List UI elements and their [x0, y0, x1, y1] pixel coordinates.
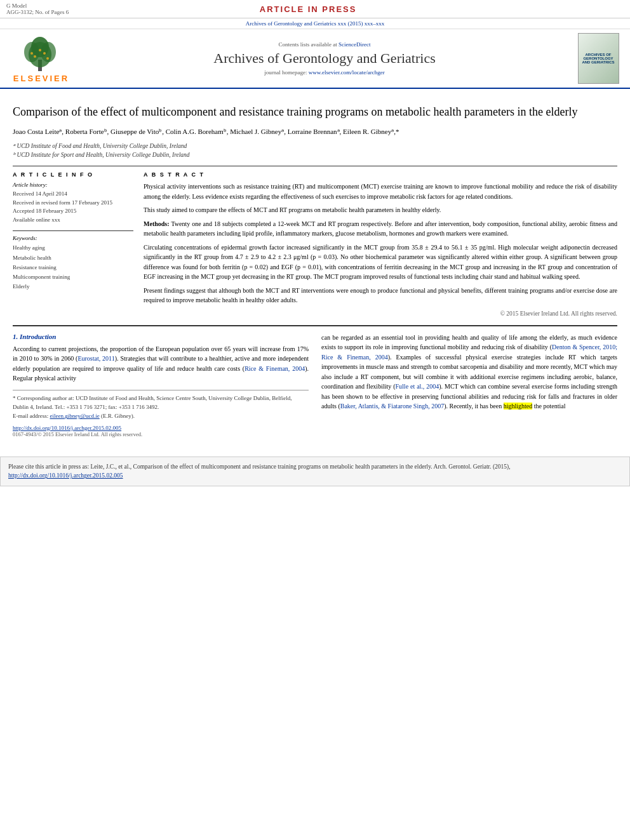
- svg-point-6: [43, 52, 46, 55]
- article-info-col: A R T I C L E I N F O Article history: R…: [13, 171, 133, 318]
- model-info: G Model AGG-3132; No. of Pages 6: [6, 3, 69, 15]
- email-link[interactable]: eileen.gibney@ucd.ie: [50, 413, 99, 419]
- doi-line: http://dx.doi.org/10.1016/j.archger.2015…: [13, 425, 309, 431]
- sciencedirect-link[interactable]: ScienceDirect: [338, 41, 370, 48]
- abstract-text: Physical activity interventions such as …: [144, 182, 617, 318]
- keyword-5: Elderly: [13, 282, 133, 291]
- highlighted-text: highlighted: [504, 403, 533, 410]
- homepage-line: journal homepage: www.elsevier.com/locat…: [76, 69, 573, 76]
- svg-point-8: [30, 52, 33, 55]
- svg-point-4: [31, 37, 49, 57]
- affiliation-a: ᵃ UCD Institute of Food and Health, Univ…: [13, 142, 617, 150]
- citation-text: Please cite this article in press as: Le…: [8, 463, 511, 470]
- right-para1: can be regarded as an essential tool in …: [321, 333, 617, 411]
- svg-point-9: [46, 57, 49, 60]
- authors-line: Joao Costa Leiteᵃ, Roberta Forteᵇ, Giuse…: [13, 126, 617, 138]
- article-body: Comparison of the effect of multicompone…: [0, 89, 630, 450]
- journal-cover-image: ARCHIVES OF GERONTOLOGY AND GERIATRICS: [578, 33, 619, 84]
- abstract-para5: Present findings suggest that although b…: [144, 286, 617, 305]
- svg-point-5: [34, 55, 36, 58]
- affiliation-b: ᵇ UCD Institute for Sport and Health, Un…: [13, 150, 617, 159]
- keyword-3: Resistance training: [13, 263, 133, 272]
- main-content: 1. Introduction According to current pro…: [13, 333, 617, 444]
- divider-2: [13, 325, 617, 326]
- eurostat-link[interactable]: Eurostat, 2011: [77, 355, 114, 362]
- elsevier-tree-icon: [13, 34, 70, 72]
- abstract-copyright: © 2015 Elsevier Ireland Ltd. All rights …: [144, 309, 617, 319]
- journal-title: Archives of Gerontology and Geriatrics: [76, 50, 573, 67]
- article-info-label: A R T I C L E I N F O: [13, 171, 133, 178]
- info-abstract-section: A R T I C L E I N F O Article history: R…: [13, 171, 617, 318]
- denton-link[interactable]: Denton & Spencer, 2010; Rice & Fineman, …: [321, 343, 617, 361]
- keywords-section: Keywords: Healthy aging Metabolic health…: [13, 235, 133, 291]
- elsevier-logo-area: ELSEVIER: [6, 34, 76, 83]
- top-banner: G Model AGG-3132; No. of Pages 6 ARTICLE…: [0, 0, 630, 18]
- abstract-para4: Circulating concentrations of epidermal …: [144, 243, 617, 282]
- svg-point-7: [39, 49, 41, 51]
- abstract-para3: Methods: Twenty one and 18 subjects comp…: [144, 219, 617, 239]
- divider-keywords: [13, 230, 133, 231]
- keyword-4: Multicomponent training: [13, 272, 133, 282]
- abstract-col: A B S T R A C T Physical activity interv…: [144, 171, 617, 318]
- divider-1: [13, 166, 617, 166]
- available-date: Available online xxx: [13, 216, 133, 225]
- article-title: Comparison of the effect of multicompone…: [13, 104, 617, 120]
- received-date: Received 14 April 2014: [13, 190, 133, 199]
- elsevier-wordmark: ELSEVIER: [13, 74, 69, 83]
- footnotes: * Corresponding author at: UCD Institute…: [13, 390, 309, 421]
- abstract-para2: This study aimed to compare the effects …: [144, 205, 617, 215]
- footnote-email: E-mail address: eileen.gibney@ucd.ie (E.…: [13, 411, 309, 420]
- footnote-star: * Corresponding author at: UCD Institute…: [13, 394, 309, 412]
- abstract-para1: Physical activity interventions such as …: [144, 182, 617, 201]
- sciencedirect-line: Contents lists available at ScienceDirec…: [76, 41, 573, 48]
- history-label: Article history:: [13, 182, 133, 188]
- keyword-2: Metabolic health: [13, 253, 133, 263]
- keywords-label: Keywords:: [13, 235, 133, 241]
- citation-box: Please cite this article in press as: Le…: [0, 457, 630, 486]
- citation-doi-link[interactable]: http://dx.doi.org/10.1016/j.archger.2015…: [8, 472, 123, 479]
- copyright-small: 0167-4943/© 2015 Elsevier Ireland Ltd. A…: [13, 431, 309, 437]
- journal-title-area: Contents lists available at ScienceDirec…: [76, 41, 573, 76]
- journal-ref-line: Archives of Gerontology and Geriatrics x…: [0, 18, 630, 29]
- fulle-link[interactable]: Fulle et al., 2004: [396, 383, 439, 390]
- rice-link[interactable]: Rice & Fineman, 2004: [245, 365, 305, 372]
- revised-date: Received in revised form 17 February 201…: [13, 199, 133, 208]
- accepted-date: Accepted 18 February 2015: [13, 207, 133, 216]
- abstract-label: A B S T R A C T: [144, 171, 617, 178]
- intro-para1: According to current projections, the pr…: [13, 344, 309, 383]
- article-in-press-label: ARTICLE IN PRESS: [260, 4, 357, 14]
- journal-cover-area: ARCHIVES OF GERONTOLOGY AND GERIATRICS: [573, 33, 624, 84]
- affiliations: ᵃ UCD Institute of Food and Health, Univ…: [13, 142, 617, 160]
- article-history: Article history: Received 14 April 2014 …: [13, 182, 133, 224]
- introduction-heading: 1. Introduction: [13, 333, 309, 340]
- main-col-left: 1. Introduction According to current pro…: [13, 333, 309, 437]
- main-col-right: can be regarded as an essential tool in …: [321, 333, 617, 437]
- doi-url[interactable]: http://dx.doi.org/10.1016/j.archger.2015…: [13, 425, 121, 431]
- keyword-1: Healthy aging: [13, 243, 133, 253]
- journal-header: ELSEVIER Contents lists available at Sci…: [0, 29, 630, 89]
- baker-link[interactable]: Baker, Atlantis, & Fiatarone Singh, 2007: [340, 403, 444, 410]
- homepage-url[interactable]: www.elsevier.com/locate/archger: [309, 69, 385, 76]
